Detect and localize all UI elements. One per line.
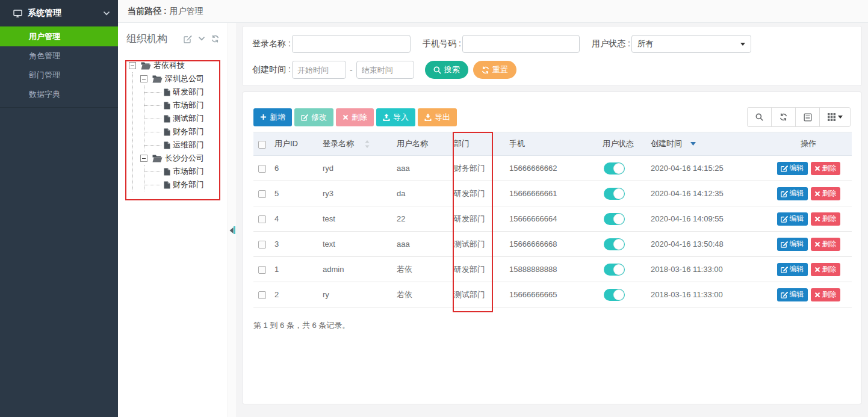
column-header-label: 手机 [509,138,525,149]
panel-splitter[interactable] [228,23,236,417]
tree-node-leaf[interactable]: 测试部门 [152,112,228,125]
sidebar-item-label: 用户管理 [29,32,60,41]
user-status-toggle[interactable] [604,162,625,175]
tree-node-folder[interactable]: 深圳总公司 [140,72,228,85]
folder-icon [152,155,163,162]
tree-node-leaf[interactable]: 财务部门 [152,125,228,138]
row-checkbox[interactable] [258,241,266,249]
sidebar-item-dict[interactable]: 数据字典 [0,85,118,104]
delete-users-button[interactable]: 删除 [336,108,374,126]
user-row: 3textaaa测试部门156666666682020-04-16 13:50:… [253,232,852,257]
user-name-cell: 22 [394,206,451,232]
table-columns-button[interactable] [819,107,851,127]
sidebar-item-dept[interactable]: 部门管理 [0,66,118,85]
delete-button-label: 删除 [822,163,837,173]
toggle-knob [613,214,624,224]
column-header-created[interactable]: 创建时间 [648,132,765,156]
tree-node-label: 财务部门 [173,179,204,190]
user-status-toggle[interactable] [604,264,625,276]
collapse-chevron-icon[interactable] [199,37,205,41]
tree-node-folder[interactable]: 若依科技 [129,59,228,72]
column-header-label: 用户ID [274,138,298,149]
row-checkbox[interactable] [258,291,266,299]
created-time-label: 创建时间 : [252,64,292,75]
created-time-cell: 2020-04-16 14:09:55 [648,206,765,232]
dept-cell: 研发部门 [451,181,506,206]
delete-user-button[interactable]: 删除 [811,212,840,226]
user-status-toggle[interactable] [604,238,625,250]
user-id-cell: 3 [271,232,320,257]
tree-expand-toggle[interactable] [129,62,136,69]
row-checkbox-cell [253,156,271,181]
delete-button-label: 删除 [822,188,837,199]
delete-user-button[interactable]: 删除 [811,263,840,276]
row-checkbox[interactable] [258,266,266,274]
edit-button-label: 编辑 [790,289,804,300]
delete-user-button[interactable]: 删除 [811,162,840,175]
user-table-card: 新增 修改 删除 导入 [242,91,862,404]
edit-user-button[interactable]: 编辑 [777,187,808,200]
user-status-toggle[interactable] [604,289,625,301]
user-row: 2ry若依测试部门156666666652018-03-16 11:33:00编… [253,282,852,307]
splitter-collapse-handle[interactable] [229,226,235,234]
delete-button-label: 删除 [822,214,837,224]
edit-icon[interactable] [184,35,192,43]
user-status-toggle[interactable] [604,188,625,200]
edit-user-button[interactable]: 编辑 [777,263,808,276]
search-button[interactable]: 搜索 [425,61,468,79]
reset-button[interactable]: 重置 [473,61,516,79]
delete-user-button[interactable]: 删除 [811,288,840,301]
row-checkbox[interactable] [258,215,266,223]
row-checkbox[interactable] [258,165,266,173]
edit-user-button[interactable]: 编辑 [777,288,808,301]
end-time-input[interactable] [356,61,414,79]
modify-user-button[interactable]: 修改 [294,108,333,126]
created-time-cell: 2020-04-16 14:15:25 [648,156,765,181]
dept-cell: 测试部门 [451,282,506,307]
import-button[interactable]: 导入 [376,108,415,126]
tree-node-leaf[interactable]: 市场部门 [152,99,228,112]
tree-node-leaf[interactable]: 研发部门 [152,85,228,99]
tree-node-leaf[interactable]: 市场部门 [152,165,228,178]
cross-icon [814,165,820,171]
table-detail-view-button[interactable] [795,107,820,127]
delete-user-button[interactable]: 删除 [811,238,840,251]
tree-connector-line [144,171,161,172]
phone-number-input[interactable] [462,35,580,53]
actions-cell: 编辑删除 [765,282,852,307]
tree-node-leaf[interactable]: 运维部门 [152,138,228,152]
column-header-label: 部门 [454,138,470,149]
delete-user-button[interactable]: 删除 [811,187,840,200]
sidebar-header-system-management[interactable]: 系统管理 [0,0,118,26]
tree-node-folder[interactable]: 长沙分公司 [140,152,228,165]
sidebar-item-role[interactable]: 角色管理 [0,46,118,66]
login-name-input[interactable] [292,35,411,53]
user-row: 1admin若依研发部门158888888882018-03-16 11:33:… [253,257,852,282]
table-body: 6rydaaa财务部门156666666622020-04-16 14:15:2… [253,156,852,307]
login-name-cell: text [320,232,394,257]
tree-node-leaf[interactable]: 财务部门 [152,178,228,191]
column-header-status: 用户状态 [600,132,648,156]
edit-user-button[interactable]: 编辑 [777,212,808,226]
app-window: 系统管理 用户管理角色管理部门管理数据字典 当前路径 : 用户管理 组织机构 若… [0,0,868,417]
user-id-cell: 5 [271,181,320,206]
plus-icon [260,114,267,120]
tree-expand-toggle[interactable] [140,155,147,162]
table-refresh-button[interactable] [771,107,796,127]
created-time-cell: 2020-04-16 14:12:35 [648,181,765,206]
select-all-checkbox[interactable] [258,141,266,149]
refresh-tree-icon[interactable] [211,35,219,43]
row-checkbox[interactable] [258,190,266,198]
export-button[interactable]: 导出 [418,108,457,126]
column-header-login[interactable]: 登录名称 [320,132,394,156]
add-user-button[interactable]: 新增 [253,108,292,126]
user-status-select[interactable]: 所有 [631,35,751,53]
table-search-toggle-button[interactable] [747,107,772,127]
start-time-input[interactable] [292,61,346,79]
edit-user-button[interactable]: 编辑 [777,162,808,175]
edit-user-button[interactable]: 编辑 [777,238,808,251]
tree-expand-toggle[interactable] [140,75,147,82]
sidebar-item-user[interactable]: 用户管理 [0,26,118,46]
tree-node-label: 研发部门 [173,87,204,97]
user-status-toggle[interactable] [604,213,625,225]
